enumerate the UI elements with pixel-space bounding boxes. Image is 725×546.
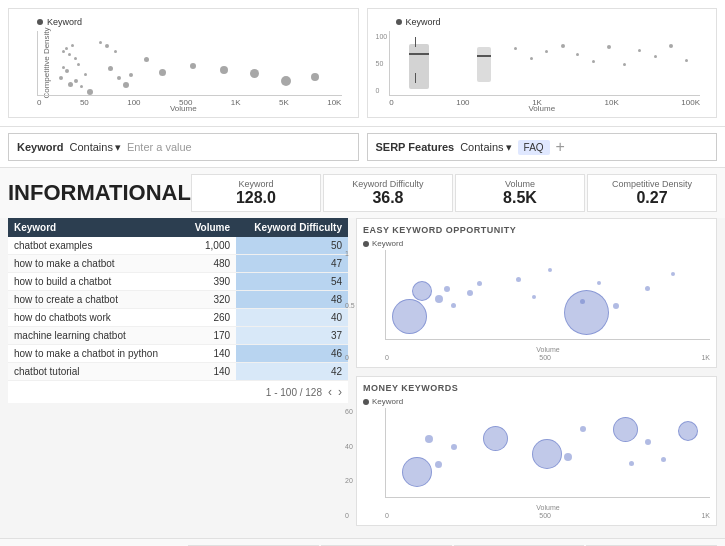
- stat-difficulty: Keyword Difficulty 36.8: [323, 174, 453, 212]
- difficulty-cell: 37: [236, 327, 348, 345]
- difficulty-cell: 47: [236, 255, 348, 273]
- difficulty-cell: 48: [236, 291, 348, 309]
- informational-section: INFORMATIONAL Keyword 128.0 Keyword Diff…: [0, 167, 725, 538]
- keyword-cell: chatbot examples: [8, 237, 183, 255]
- next-page-button[interactable]: ›: [338, 385, 342, 399]
- informational-table-section: Keyword Volume Keyword Difficulty chatbo…: [8, 218, 348, 526]
- table-row[interactable]: how do chatbots work 260 40: [8, 309, 348, 327]
- table-row[interactable]: how to build a chatbot 390 54: [8, 273, 348, 291]
- stat-difficulty-value: 36.8: [332, 189, 444, 207]
- stat-keyword: Keyword 128.0: [191, 174, 321, 212]
- keyword-filter-label: Keyword: [17, 141, 63, 153]
- top-left-chart: Keyword Competitive Density: [8, 8, 359, 118]
- money-x-label: Volume: [386, 504, 710, 511]
- scatter-plot-right: [389, 31, 700, 96]
- stat-volume: Volume 8.5K: [455, 174, 585, 212]
- money-keywords-chart: MONEY KEYWORDS Keyword 6040200: [356, 376, 717, 526]
- col-keyword: Keyword: [8, 218, 183, 237]
- money-x-ticks: 05001K: [385, 512, 710, 519]
- stat-difficulty-label: Keyword Difficulty: [332, 179, 444, 189]
- legend-dot: [363, 241, 369, 247]
- easy-legend-label: Keyword: [372, 239, 403, 248]
- informational-content: Keyword Volume Keyword Difficulty chatbo…: [0, 218, 725, 534]
- stat-volume-label: Volume: [464, 179, 576, 189]
- keyword-cell: how do chatbots work: [8, 309, 183, 327]
- pagination-text: 1 - 100 / 128: [266, 387, 322, 398]
- keyword-cell: how to build a chatbot: [8, 273, 183, 291]
- add-filter-button[interactable]: +: [556, 138, 565, 156]
- volume-cell: 480: [183, 255, 236, 273]
- stat-density-value: 0.27: [596, 189, 708, 207]
- stat-density: Competitive Density 0.27: [587, 174, 717, 212]
- keyword-cell: how to make a chatbot in python: [8, 345, 183, 363]
- informational-table: Keyword Volume Keyword Difficulty chatbo…: [8, 218, 348, 381]
- table-row[interactable]: how to make a chatbot 480 47: [8, 255, 348, 273]
- stat-keyword-label: Keyword: [200, 179, 312, 189]
- difficulty-cell: 50: [236, 237, 348, 255]
- money-chart-title: MONEY KEYWORDS: [363, 383, 710, 393]
- table-row[interactable]: chatbot tutorial 140 42: [8, 363, 348, 381]
- money-legend-label: Keyword: [372, 397, 403, 406]
- legend-dot: [363, 399, 369, 405]
- informational-stats: Keyword 128.0 Keyword Difficulty 36.8 Vo…: [191, 174, 717, 212]
- volume-cell: 140: [183, 363, 236, 381]
- volume-cell: 320: [183, 291, 236, 309]
- keyword-filter-input[interactable]: Enter a value: [127, 141, 192, 153]
- volume-cell: 140: [183, 345, 236, 363]
- table-row[interactable]: how to make a chatbot in python 140 46: [8, 345, 348, 363]
- volume-cell: 1,000: [183, 237, 236, 255]
- informational-title: INFORMATIONAL: [8, 180, 191, 206]
- volume-cell: 390: [183, 273, 236, 291]
- easy-chart-legend: Keyword: [363, 239, 710, 248]
- easy-y-labels: 10.50: [345, 250, 355, 361]
- table-row[interactable]: machine learning chatbot 170 37: [8, 327, 348, 345]
- table-row[interactable]: chatbot examples 1,000 50: [8, 237, 348, 255]
- serp-filter[interactable]: SERP Features Contains ▾ FAQ +: [367, 133, 718, 161]
- scatter-plot: [37, 31, 342, 96]
- volume-cell: 170: [183, 327, 236, 345]
- difficulty-cell: 42: [236, 363, 348, 381]
- difficulty-cell: 54: [236, 273, 348, 291]
- difficulty-cell: 46: [236, 345, 348, 363]
- money-y-labels: 6040200: [345, 408, 353, 519]
- serp-operator-select[interactable]: Contains ▾: [460, 141, 511, 154]
- stat-volume-value: 8.5K: [464, 189, 576, 207]
- faq-tag[interactable]: FAQ: [518, 140, 550, 155]
- x-axis-label: Volume: [170, 104, 197, 113]
- x-axis-label-right: Volume: [528, 104, 555, 113]
- difficulty-cell: 40: [236, 309, 348, 327]
- keyword-operator-select[interactable]: Contains ▾: [69, 141, 120, 154]
- stat-keyword-value: 128.0: [200, 189, 312, 207]
- pagination: 1 - 100 / 128 ‹ ›: [8, 381, 348, 403]
- money-scatter: Volume: [385, 408, 710, 498]
- keyword-operator-value: Contains: [69, 141, 112, 153]
- keyword-cell: how to make a chatbot: [8, 255, 183, 273]
- dropdown-arrow-icon: ▾: [115, 141, 121, 154]
- prev-page-button[interactable]: ‹: [328, 385, 332, 399]
- easy-x-ticks: 05001K: [385, 354, 710, 361]
- filters-row: Keyword Contains ▾ Enter a value SERP Fe…: [0, 126, 725, 167]
- top-right-chart: Keyword 100500: [367, 8, 718, 118]
- stat-density-label: Competitive Density: [596, 179, 708, 189]
- table-row[interactable]: how to create a chatbot 320 48: [8, 291, 348, 309]
- legend-dot: [396, 19, 402, 25]
- volume-cell: 260: [183, 309, 236, 327]
- col-difficulty: Keyword Difficulty: [236, 218, 348, 237]
- chart-legend-label: Keyword: [47, 17, 82, 27]
- navigational-section: NAVIGATIONAL Keyword 10.0 Keyword Diffic…: [0, 538, 725, 546]
- easy-x-label: Volume: [386, 346, 710, 353]
- informational-charts: EASY KEYWORD OPPORTUNITY Keyword 10.50: [356, 218, 717, 526]
- serp-filter-label: SERP Features: [376, 141, 455, 153]
- legend-dot: [37, 19, 43, 25]
- money-chart-legend: Keyword: [363, 397, 710, 406]
- keyword-cell: chatbot tutorial: [8, 363, 183, 381]
- navigational-header: NAVIGATIONAL Keyword 10.0 Keyword Diffic…: [0, 538, 725, 546]
- dropdown-arrow-icon-2: ▾: [506, 141, 512, 154]
- informational-header: INFORMATIONAL Keyword 128.0 Keyword Diff…: [0, 167, 725, 218]
- keyword-cell: machine learning chatbot: [8, 327, 183, 345]
- col-volume: Volume: [183, 218, 236, 237]
- keyword-filter[interactable]: Keyword Contains ▾ Enter a value: [8, 133, 359, 161]
- chart-legend-label: Keyword: [406, 17, 441, 27]
- easy-keyword-chart: EASY KEYWORD OPPORTUNITY Keyword 10.50: [356, 218, 717, 368]
- easy-chart-title: EASY KEYWORD OPPORTUNITY: [363, 225, 710, 235]
